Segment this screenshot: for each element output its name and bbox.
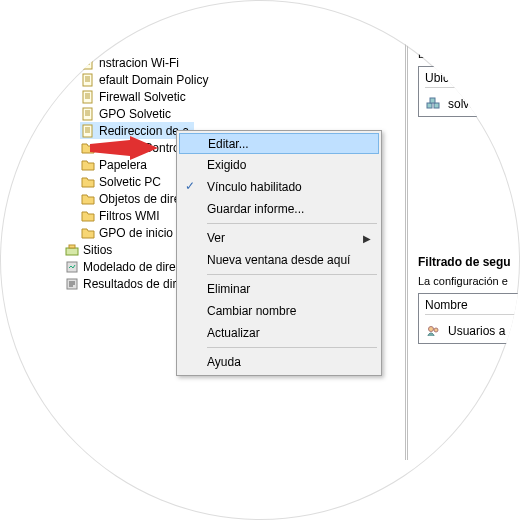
menu-separator <box>207 347 377 348</box>
svg-rect-11 <box>434 103 439 108</box>
tree-item[interactable]: Firewall Solvetic <box>24 88 264 105</box>
scroll-icon <box>80 72 96 88</box>
menu-label: Actualizar <box>207 326 260 340</box>
right-panel: Los sig Ubicacio solvetic. Filtrado de s… <box>405 40 520 460</box>
results-icon <box>64 276 80 292</box>
cell-text: Usuarios a <box>448 324 505 338</box>
tree-label: Papelera <box>99 158 147 172</box>
menu-label: Cambiar nombre <box>207 304 296 318</box>
menu-item-exigido[interactable]: Exigido <box>179 154 379 176</box>
menu-item-nueva-ventana[interactable]: Nueva ventana desde aquí <box>179 249 379 271</box>
menu-label: Ver <box>207 231 225 245</box>
tree-item[interactable]: nstracion Wi-Fi <box>24 54 264 71</box>
tree-label: Domain Controll <box>99 141 185 155</box>
filtering-header: Filtrado de segu <box>418 255 520 269</box>
check-icon: ✓ <box>185 179 195 193</box>
folder-icon <box>80 174 96 190</box>
tree-label: Solvetic PC <box>99 175 161 189</box>
menu-item-editar[interactable]: Editar... <box>179 133 379 154</box>
tree-label: Filtros WMI <box>99 209 160 223</box>
svg-rect-6 <box>69 245 75 248</box>
svg-point-14 <box>434 328 438 332</box>
menu-item-guardar[interactable]: Guardar informe... <box>179 198 379 220</box>
table-row[interactable]: solvetic. <box>425 92 520 112</box>
scroll-icon <box>80 106 96 122</box>
folder-icon <box>80 225 96 241</box>
users-icon <box>425 323 441 339</box>
svg-rect-12 <box>430 98 435 103</box>
tree-item[interactable]: efault Domain Policy <box>24 71 264 88</box>
scroll-icon <box>80 89 96 105</box>
tree-label: Redireccion de c <box>99 124 188 138</box>
table-row[interactable]: Usuarios a <box>425 319 520 339</box>
links-intro-text: Los sig <box>418 48 520 60</box>
scroll-icon <box>80 55 96 71</box>
menu-item-cambiar[interactable]: Cambiar nombre <box>179 300 379 322</box>
tree-label: GPO de inicio <box>99 226 173 240</box>
menu-separator <box>207 274 377 275</box>
menu-label: Eliminar <box>207 282 250 296</box>
tree-label: GPO Solvetic <box>99 107 171 121</box>
model-icon <box>64 259 80 275</box>
menu-item-eliminar[interactable]: Eliminar <box>179 278 379 300</box>
tree-label: Objetos de direc <box>99 192 186 206</box>
folder-icon <box>80 208 96 224</box>
tree-item[interactable]: GPO Solvetic <box>24 105 264 122</box>
folder-icon <box>80 140 96 156</box>
menu-label: Editar... <box>208 137 249 151</box>
svg-point-13 <box>429 327 434 332</box>
tree-label: nstracion Wi-Fi <box>99 56 179 70</box>
svg-rect-5 <box>66 248 78 255</box>
sites-icon <box>64 242 80 258</box>
tree-label: Firewall Solvetic <box>99 90 186 104</box>
folder-icon <box>80 157 96 173</box>
menu-item-ayuda[interactable]: Ayuda <box>179 351 379 373</box>
menu-label: Nueva ventana desde aquí <box>207 253 350 267</box>
svg-rect-0 <box>83 57 92 69</box>
context-menu: Editar... Exigido ✓ Vínculo habilitado G… <box>176 130 382 376</box>
menu-label: Ayuda <box>207 355 241 369</box>
filtering-box: Nombre Usuarios a <box>418 293 520 344</box>
scroll-icon <box>80 123 96 139</box>
tree-label: efault Domain Policy <box>99 73 208 87</box>
tree-label: Sitios <box>83 243 112 257</box>
menu-item-ver[interactable]: Ver ▶ <box>179 227 379 249</box>
menu-label: Vínculo habilitado <box>207 180 302 194</box>
cell-text: solvetic. <box>448 97 491 111</box>
domain-icon <box>425 96 441 112</box>
svg-rect-1 <box>83 74 92 86</box>
menu-separator <box>207 223 377 224</box>
col-header: Nombre <box>425 298 520 315</box>
menu-item-vinculo[interactable]: ✓ Vínculo habilitado <box>179 176 379 198</box>
menu-label: Exigido <box>207 158 246 172</box>
filtering-subtext: La configuración e <box>418 275 520 287</box>
folder-icon <box>80 191 96 207</box>
svg-rect-10 <box>427 103 432 108</box>
submenu-arrow-icon: ▶ <box>363 233 371 244</box>
menu-label: Guardar informe... <box>207 202 304 216</box>
col-header: Ubicacio <box>425 71 520 88</box>
svg-rect-3 <box>83 108 92 120</box>
svg-rect-4 <box>83 125 92 137</box>
menu-item-actualizar[interactable]: Actualizar <box>179 322 379 344</box>
svg-rect-2 <box>83 91 92 103</box>
locations-box: Ubicacio solvetic. <box>418 66 520 117</box>
